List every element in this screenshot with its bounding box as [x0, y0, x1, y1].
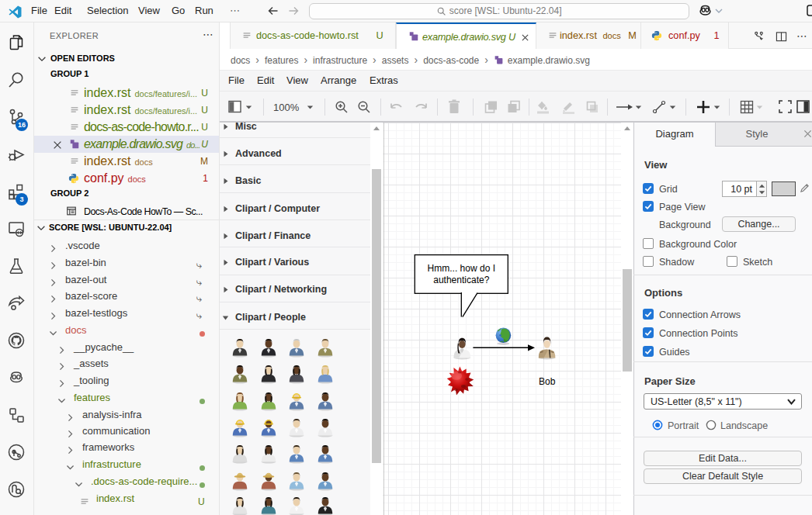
svg-text:Hmm... how do I: Hmm... how do I	[428, 263, 495, 274]
svg-text:Bob: Bob	[539, 376, 556, 387]
svg-text:authenticate?: authenticate?	[433, 275, 489, 285]
